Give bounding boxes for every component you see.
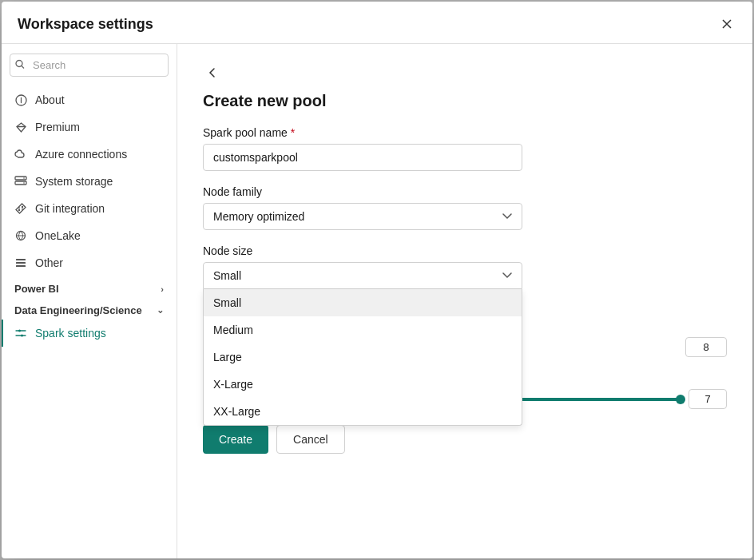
sidebar-item-about[interactable]: About [2, 86, 177, 113]
chevron-down-icon-node-size [502, 272, 512, 279]
svg-rect-11 [16, 265, 26, 267]
max-nodes-slider-input[interactable] [689, 389, 727, 409]
chevron-down-icon: ⌄ [157, 305, 164, 316]
list-icon [14, 256, 27, 269]
node-size-dropdown-container: Small Small Medium Large [203, 262, 522, 289]
node-family-select[interactable]: Memory optimized [203, 203, 522, 230]
modal-title: Workspace settings [18, 16, 153, 33]
spark-pool-name-input[interactable] [203, 144, 522, 171]
sidebar-item-git-label: Git integration [35, 202, 105, 215]
sidebar-section-powerbi-label: Power BI [14, 283, 59, 295]
node-size-option-xlarge[interactable]: X-Large [204, 371, 522, 398]
cloud-icon [14, 148, 27, 161]
search-box[interactable] [10, 54, 169, 77]
main-content: Create new pool Spark pool name * Node f… [177, 44, 752, 558]
sidebar: About Premium Azure connections [2, 44, 177, 558]
sidebar-item-spark-settings[interactable]: Spark settings [2, 320, 177, 347]
svg-rect-9 [16, 259, 26, 260]
spark-pool-name-label: Spark pool name * [203, 126, 727, 139]
cancel-button[interactable]: Cancel [276, 425, 345, 454]
sidebar-item-storage-label: System storage [35, 175, 113, 188]
modal-header: Workspace settings [2, 2, 752, 44]
chevron-down-icon [502, 213, 512, 220]
modal-body: About Premium Azure connections [2, 44, 752, 558]
slider-thumb-max[interactable] [676, 395, 685, 404]
sidebar-item-premium-label: Premium [35, 121, 80, 133]
node-size-option-xxlarge[interactable]: XX-Large [204, 398, 522, 425]
sidebar-item-storage[interactable]: System storage [2, 168, 177, 195]
svg-point-7 [22, 206, 23, 208]
spark-pool-name-group: Spark pool name * [203, 126, 727, 171]
node-size-dropdown-list: Small Medium Large X-Large XX-Large [203, 289, 522, 426]
sidebar-section-data-engineering-label: Data Engineering/Science [14, 304, 142, 316]
sidebar-section-data-engineering[interactable]: Data Engineering/Science ⌄ [2, 298, 177, 320]
storage-icon [14, 175, 27, 188]
sidebar-section-powerbi[interactable]: Power BI › [2, 276, 177, 298]
diamond-icon [14, 121, 27, 133]
create-button[interactable]: Create [203, 425, 268, 454]
svg-point-4 [23, 177, 25, 179]
node-family-label: Node family [203, 185, 727, 198]
svg-rect-3 [15, 181, 26, 185]
sidebar-item-azure-label: Azure connections [35, 148, 127, 161]
node-size-value: Small [213, 269, 241, 282]
search-icon [15, 59, 25, 71]
git-icon [14, 202, 27, 215]
node-size-label: Node size [203, 244, 727, 257]
node-size-group: Node size Small Small Medium [203, 244, 727, 289]
node-size-option-medium[interactable]: Medium [204, 316, 522, 344]
close-icon [720, 18, 733, 30]
page-title: Create new pool [203, 92, 727, 110]
node-family-group: Node family Memory optimized [203, 185, 727, 230]
svg-rect-2 [15, 177, 26, 180]
svg-point-5 [23, 182, 25, 184]
max-nodes-input[interactable] [685, 337, 727, 357]
back-arrow-icon [206, 66, 219, 79]
sidebar-item-about-label: About [35, 93, 65, 106]
node-size-option-small[interactable]: Small [204, 289, 522, 316]
svg-point-6 [18, 209, 20, 211]
info-circle-icon [14, 93, 27, 106]
node-size-select[interactable]: Small [203, 262, 522, 289]
sidebar-item-other-label: Other [35, 256, 63, 269]
node-family-value: Memory optimized [213, 210, 304, 223]
sliders-icon [14, 327, 27, 340]
svg-rect-13 [21, 335, 23, 337]
svg-rect-10 [16, 262, 26, 264]
svg-point-0 [16, 60, 22, 66]
sidebar-item-onelake-label: OneLake [35, 229, 81, 242]
sidebar-item-premium[interactable]: Premium [2, 113, 177, 141]
sidebar-item-git[interactable]: Git integration [2, 195, 177, 222]
onelake-icon [14, 229, 27, 242]
search-input[interactable] [10, 54, 169, 77]
close-button[interactable] [717, 14, 736, 34]
back-button[interactable] [203, 63, 222, 82]
svg-rect-12 [18, 330, 21, 332]
sidebar-item-other[interactable]: Other [2, 249, 177, 276]
chevron-right-icon: › [161, 284, 164, 294]
required-indicator: * [291, 126, 295, 139]
workspace-settings-modal: Workspace settings [2, 2, 752, 558]
right-value-area [685, 337, 727, 357]
action-buttons: Create Cancel [203, 425, 727, 454]
sidebar-item-azure[interactable]: Azure connections [2, 141, 177, 168]
sidebar-item-spark-label: Spark settings [35, 327, 106, 340]
node-size-option-large[interactable]: Large [204, 344, 522, 371]
sidebar-item-onelake[interactable]: OneLake [2, 222, 177, 249]
